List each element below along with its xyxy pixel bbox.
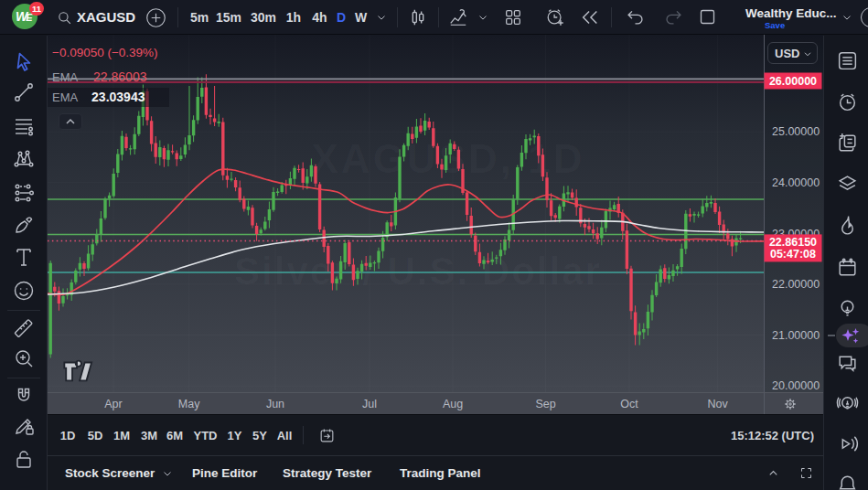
svg-text:22.86150: 22.86150	[769, 236, 817, 249]
svg-text:25.00000: 25.00000	[772, 125, 820, 138]
svg-text:24.00000: 24.00000	[772, 176, 820, 189]
svg-text:20.00000: 20.00000	[772, 379, 820, 392]
svg-text:22.00000: 22.00000	[772, 278, 820, 291]
svg-text:Silver / U.S. Dollar: Silver / U.S. Dollar	[234, 250, 602, 293]
svg-text:05:47:08: 05:47:08	[770, 248, 816, 261]
svg-text:21.00000: 21.00000	[772, 329, 820, 342]
svg-text:26.00000: 26.00000	[769, 75, 817, 88]
